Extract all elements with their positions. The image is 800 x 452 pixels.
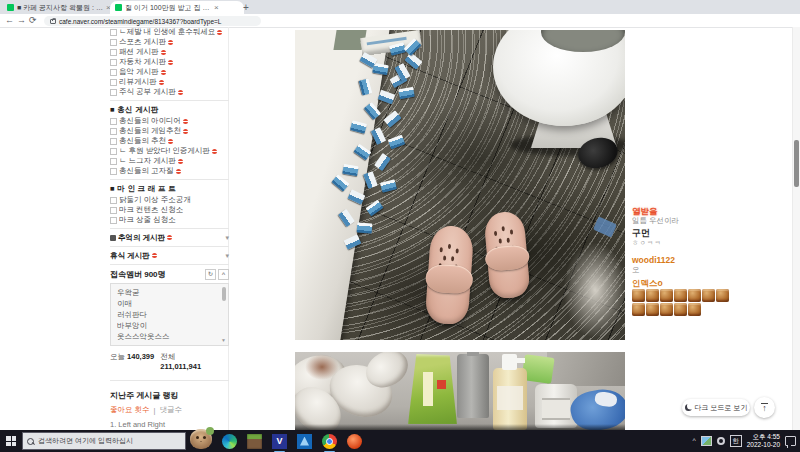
sidebar-item-board[interactable]: 마크 컨텐츠 신청소 <box>110 205 229 215</box>
sidebar-item-board[interactable]: 총신들의 고자질 <box>110 166 229 176</box>
sidebar-item-board[interactable]: 패션 게시판 <box>110 47 229 57</box>
online-members-list: 우왁굳 이매 러쉬판다 바부앙이 옷스스악옷스스 ▼ <box>110 283 229 346</box>
sidebar-item-board[interactable]: 총신들의 추천 <box>110 136 229 146</box>
new-tab-button[interactable]: + <box>243 2 249 13</box>
refresh-members-icon[interactable]: ↻ <box>205 269 216 280</box>
board-icon <box>110 158 117 165</box>
comment-nickname[interactable]: 열받을 <box>632 206 750 216</box>
sloth-sticker-icon[interactable] <box>190 429 212 449</box>
board-icon <box>110 59 117 66</box>
dark-mode-button[interactable]: 다크 모드로 보기 <box>682 399 750 416</box>
tab-title: ■ 카페 공지사항 왁물원 : 종합 <box>17 3 103 13</box>
member-name[interactable]: 옷스스악옷스스 <box>117 331 218 342</box>
members-only-icon <box>176 169 181 174</box>
board-icon <box>110 89 117 96</box>
chevron-down-icon[interactable]: ▾ <box>225 234 229 242</box>
cafe-emoticon <box>674 303 687 316</box>
comment-nickname[interactable]: woodi1122 <box>632 255 750 265</box>
cafe-emoticon <box>674 289 687 302</box>
back-icon[interactable]: ← <box>5 15 14 26</box>
sidebar-item-board[interactable]: 마크 상줄 심청소 <box>110 215 229 225</box>
board-icon <box>110 49 117 56</box>
members-scrollbar-thumb[interactable] <box>222 287 226 301</box>
cafe-emoticon <box>632 303 645 316</box>
moon-icon <box>685 404 692 411</box>
comment-nickname[interactable]: 인덱스o <box>632 278 750 288</box>
sidebar-item-board[interactable]: ㄴ 후원 받았다! 인증게시판 <box>110 146 229 156</box>
divider <box>110 228 229 229</box>
taskbar-clock[interactable]: 오후 4:55 2022-10-20 <box>747 433 780 449</box>
browser-tab-1[interactable]: ■ 카페 공지사항 왁물원 : 종합 × <box>2 1 117 14</box>
board-icon <box>110 148 117 155</box>
board-icon <box>110 207 117 214</box>
cafe-emoticon <box>688 289 701 302</box>
cafe-emoticon <box>688 303 701 316</box>
sidebar-item-board[interactable]: 리뷰게시판 <box>110 77 229 87</box>
windows-taskbar: 검색하려면 여기에 입력하십시 V ^ 한 오후 4:55 2022-10-20 <box>0 430 800 452</box>
sidebar-item-board[interactable]: ㄴ제발 내 인생에 훈수둬세요 <box>110 27 229 37</box>
cafe-favicon <box>115 4 122 11</box>
members-scroll-down-icon[interactable]: ▼ <box>221 337 226 343</box>
member-name[interactable]: 러쉬판다 <box>117 309 218 320</box>
sidebar-item-memory-board[interactable]: 추억의 게시판▾ <box>110 232 229 243</box>
member-name[interactable]: 이매 <box>117 298 218 309</box>
chrome-icon[interactable] <box>322 434 337 449</box>
ranking-tabs: 좋아요 횟수 | 댓글수 <box>110 405 229 415</box>
tray-gear-icon[interactable] <box>717 437 725 445</box>
members-only-icon <box>161 50 166 55</box>
tab-likes[interactable]: 좋아요 횟수 <box>110 405 150 415</box>
address-bar[interactable]: cafe.naver.com/steamindiegame/8134367?bo… <box>44 16 261 26</box>
refill-pouch <box>407 354 459 424</box>
member-name[interactable]: 우왁굳 <box>117 287 218 298</box>
blue-app-icon[interactable] <box>297 434 312 449</box>
tab-title: 헐 이거 100만원 받고 집 치웠다 <box>125 3 211 13</box>
comment-text: 오 <box>632 265 750 274</box>
members-only-icon <box>152 253 157 258</box>
start-button[interactable] <box>0 430 22 452</box>
v-app-icon[interactable]: V <box>272 434 287 449</box>
hidden-icons-chevron[interactable]: ^ <box>692 437 695 445</box>
edge-icon[interactable] <box>222 434 237 449</box>
board-icon <box>110 69 117 76</box>
minecraft-icon[interactable] <box>247 434 262 449</box>
taskbar-search-input[interactable]: 검색하려면 여기에 입력하십시 <box>22 432 186 450</box>
refresh-icon[interactable]: ⟳ <box>29 15 37 26</box>
tab-replies[interactable]: 댓글수 <box>160 405 183 415</box>
page-scrollbar-track[interactable] <box>792 27 800 430</box>
sidebar-item-board[interactable]: 총신들의 게임추천 <box>110 126 229 136</box>
trash-pile <box>563 242 625 338</box>
sidebar-item-board[interactable]: 주식 공부 게시판 <box>110 87 229 97</box>
tab-close-icon[interactable]: × <box>214 4 219 12</box>
sidebar-item-board[interactable]: 총신들의 아이디어 <box>110 116 229 126</box>
members-only-icon <box>212 149 217 154</box>
sidebar-item-board[interactable]: 음악 게시판 <box>110 67 229 77</box>
browser-tab-bar: ■ 카페 공지사항 왁물원 : 종합 × 헐 이거 100만원 받고 집 치웠다… <box>0 0 800 14</box>
notification-center-icon[interactable] <box>785 436 796 446</box>
cafe-favicon <box>7 4 14 11</box>
ime-indicator[interactable]: 한 <box>730 435 742 447</box>
divider <box>110 179 229 180</box>
sidebar-item-rest-board[interactable]: 휴식 게시판▾ <box>110 250 229 261</box>
search-icon <box>27 438 34 445</box>
sidebar-item-board[interactable]: 스포츠 게시판 <box>110 37 229 47</box>
post-image-shelf[interactable] <box>295 352 625 430</box>
chevron-down-icon[interactable]: ▾ <box>225 252 229 260</box>
today-count: 140,399 <box>127 352 154 361</box>
post-image-bathroom[interactable] <box>295 30 625 340</box>
forward-icon[interactable]: → <box>17 15 26 26</box>
tray-picture-icon[interactable] <box>701 436 712 446</box>
slipper-holes <box>501 226 504 231</box>
slipper-holes <box>448 244 451 249</box>
orange-app-icon[interactable] <box>347 434 362 449</box>
page-scrollbar-thumb[interactable] <box>794 140 799 187</box>
browser-tab-2-active[interactable]: 헐 이거 100만원 받고 집 치웠다 × <box>110 1 244 14</box>
cafe-emoticon <box>646 303 659 316</box>
scroll-to-top-button[interactable]: ↑ <box>754 397 775 418</box>
sidebar-item-board[interactable]: 닭둘기 이상 주소공개 <box>110 195 229 205</box>
member-name[interactable]: 바부앙이 <box>117 320 218 331</box>
sidebar-item-board[interactable]: 자동차 게시판 <box>110 57 229 67</box>
comment-nickname[interactable]: 구먼 <box>632 228 750 238</box>
comment: woodi1122 오 <box>632 255 750 274</box>
collapse-members-icon[interactable]: ^ <box>218 269 229 280</box>
sidebar-item-board[interactable]: ㄴ 느그자 게시판 <box>110 156 229 166</box>
